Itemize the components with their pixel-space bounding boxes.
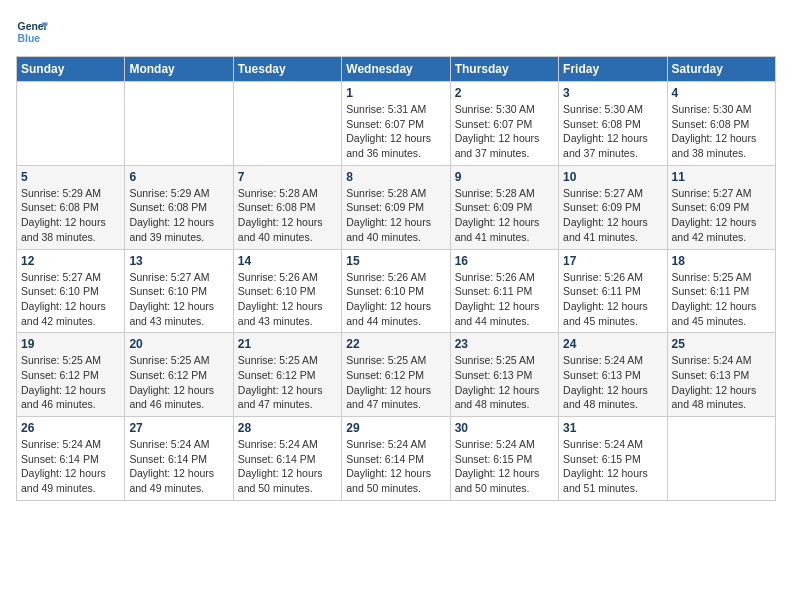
day-info: Sunrise: 5:28 AM Sunset: 6:09 PM Dayligh… xyxy=(455,186,554,245)
day-number: 23 xyxy=(455,337,554,351)
calendar-cell: 15Sunrise: 5:26 AM Sunset: 6:10 PM Dayli… xyxy=(342,249,450,333)
day-number: 16 xyxy=(455,254,554,268)
day-number: 1 xyxy=(346,86,445,100)
day-number: 20 xyxy=(129,337,228,351)
day-info: Sunrise: 5:26 AM Sunset: 6:11 PM Dayligh… xyxy=(455,270,554,329)
day-number: 6 xyxy=(129,170,228,184)
day-number: 28 xyxy=(238,421,337,435)
calendar-cell: 29Sunrise: 5:24 AM Sunset: 6:14 PM Dayli… xyxy=(342,417,450,501)
calendar-cell: 6Sunrise: 5:29 AM Sunset: 6:08 PM Daylig… xyxy=(125,165,233,249)
calendar-header-row: SundayMondayTuesdayWednesdayThursdayFrid… xyxy=(17,57,776,82)
calendar-week-2: 5Sunrise: 5:29 AM Sunset: 6:08 PM Daylig… xyxy=(17,165,776,249)
calendar-cell: 7Sunrise: 5:28 AM Sunset: 6:08 PM Daylig… xyxy=(233,165,341,249)
calendar-cell: 28Sunrise: 5:24 AM Sunset: 6:14 PM Dayli… xyxy=(233,417,341,501)
day-number: 11 xyxy=(672,170,771,184)
calendar-week-4: 19Sunrise: 5:25 AM Sunset: 6:12 PM Dayli… xyxy=(17,333,776,417)
calendar-cell: 2Sunrise: 5:30 AM Sunset: 6:07 PM Daylig… xyxy=(450,82,558,166)
day-info: Sunrise: 5:27 AM Sunset: 6:10 PM Dayligh… xyxy=(129,270,228,329)
calendar-cell: 23Sunrise: 5:25 AM Sunset: 6:13 PM Dayli… xyxy=(450,333,558,417)
calendar-cell: 31Sunrise: 5:24 AM Sunset: 6:15 PM Dayli… xyxy=(559,417,667,501)
header-day-wednesday: Wednesday xyxy=(342,57,450,82)
calendar-cell: 22Sunrise: 5:25 AM Sunset: 6:12 PM Dayli… xyxy=(342,333,450,417)
day-info: Sunrise: 5:24 AM Sunset: 6:14 PM Dayligh… xyxy=(21,437,120,496)
page-header: General Blue xyxy=(16,16,776,48)
day-number: 25 xyxy=(672,337,771,351)
day-info: Sunrise: 5:27 AM Sunset: 6:09 PM Dayligh… xyxy=(563,186,662,245)
calendar-cell: 14Sunrise: 5:26 AM Sunset: 6:10 PM Dayli… xyxy=(233,249,341,333)
day-number: 30 xyxy=(455,421,554,435)
day-number: 29 xyxy=(346,421,445,435)
calendar-cell: 9Sunrise: 5:28 AM Sunset: 6:09 PM Daylig… xyxy=(450,165,558,249)
calendar-cell: 3Sunrise: 5:30 AM Sunset: 6:08 PM Daylig… xyxy=(559,82,667,166)
header-day-monday: Monday xyxy=(125,57,233,82)
day-number: 4 xyxy=(672,86,771,100)
header-day-tuesday: Tuesday xyxy=(233,57,341,82)
day-info: Sunrise: 5:25 AM Sunset: 6:12 PM Dayligh… xyxy=(21,353,120,412)
header-day-sunday: Sunday xyxy=(17,57,125,82)
day-info: Sunrise: 5:25 AM Sunset: 6:12 PM Dayligh… xyxy=(238,353,337,412)
day-info: Sunrise: 5:25 AM Sunset: 6:13 PM Dayligh… xyxy=(455,353,554,412)
calendar-cell: 8Sunrise: 5:28 AM Sunset: 6:09 PM Daylig… xyxy=(342,165,450,249)
day-number: 10 xyxy=(563,170,662,184)
day-number: 19 xyxy=(21,337,120,351)
calendar-cell: 13Sunrise: 5:27 AM Sunset: 6:10 PM Dayli… xyxy=(125,249,233,333)
day-number: 15 xyxy=(346,254,445,268)
day-info: Sunrise: 5:30 AM Sunset: 6:08 PM Dayligh… xyxy=(563,102,662,161)
calendar-week-3: 12Sunrise: 5:27 AM Sunset: 6:10 PM Dayli… xyxy=(17,249,776,333)
day-number: 24 xyxy=(563,337,662,351)
day-info: Sunrise: 5:25 AM Sunset: 6:12 PM Dayligh… xyxy=(129,353,228,412)
calendar-cell: 24Sunrise: 5:24 AM Sunset: 6:13 PM Dayli… xyxy=(559,333,667,417)
day-info: Sunrise: 5:29 AM Sunset: 6:08 PM Dayligh… xyxy=(21,186,120,245)
day-number: 7 xyxy=(238,170,337,184)
day-number: 8 xyxy=(346,170,445,184)
day-info: Sunrise: 5:27 AM Sunset: 6:10 PM Dayligh… xyxy=(21,270,120,329)
day-info: Sunrise: 5:31 AM Sunset: 6:07 PM Dayligh… xyxy=(346,102,445,161)
day-info: Sunrise: 5:24 AM Sunset: 6:14 PM Dayligh… xyxy=(346,437,445,496)
day-number: 18 xyxy=(672,254,771,268)
day-info: Sunrise: 5:28 AM Sunset: 6:08 PM Dayligh… xyxy=(238,186,337,245)
calendar-cell: 27Sunrise: 5:24 AM Sunset: 6:14 PM Dayli… xyxy=(125,417,233,501)
calendar-cell: 10Sunrise: 5:27 AM Sunset: 6:09 PM Dayli… xyxy=(559,165,667,249)
day-info: Sunrise: 5:27 AM Sunset: 6:09 PM Dayligh… xyxy=(672,186,771,245)
header-day-friday: Friday xyxy=(559,57,667,82)
day-number: 27 xyxy=(129,421,228,435)
day-number: 13 xyxy=(129,254,228,268)
calendar-week-5: 26Sunrise: 5:24 AM Sunset: 6:14 PM Dayli… xyxy=(17,417,776,501)
day-info: Sunrise: 5:30 AM Sunset: 6:07 PM Dayligh… xyxy=(455,102,554,161)
day-info: Sunrise: 5:26 AM Sunset: 6:11 PM Dayligh… xyxy=(563,270,662,329)
calendar-cell: 21Sunrise: 5:25 AM Sunset: 6:12 PM Dayli… xyxy=(233,333,341,417)
day-info: Sunrise: 5:25 AM Sunset: 6:12 PM Dayligh… xyxy=(346,353,445,412)
day-number: 14 xyxy=(238,254,337,268)
day-info: Sunrise: 5:29 AM Sunset: 6:08 PM Dayligh… xyxy=(129,186,228,245)
day-info: Sunrise: 5:24 AM Sunset: 6:14 PM Dayligh… xyxy=(238,437,337,496)
day-info: Sunrise: 5:24 AM Sunset: 6:13 PM Dayligh… xyxy=(563,353,662,412)
day-info: Sunrise: 5:28 AM Sunset: 6:09 PM Dayligh… xyxy=(346,186,445,245)
calendar-cell xyxy=(17,82,125,166)
calendar-cell xyxy=(667,417,775,501)
day-info: Sunrise: 5:24 AM Sunset: 6:13 PM Dayligh… xyxy=(672,353,771,412)
calendar-cell xyxy=(125,82,233,166)
calendar-body: 1Sunrise: 5:31 AM Sunset: 6:07 PM Daylig… xyxy=(17,82,776,501)
calendar-cell: 12Sunrise: 5:27 AM Sunset: 6:10 PM Dayli… xyxy=(17,249,125,333)
svg-text:Blue: Blue xyxy=(18,33,41,44)
calendar-cell: 5Sunrise: 5:29 AM Sunset: 6:08 PM Daylig… xyxy=(17,165,125,249)
day-number: 26 xyxy=(21,421,120,435)
calendar-cell: 1Sunrise: 5:31 AM Sunset: 6:07 PM Daylig… xyxy=(342,82,450,166)
calendar-cell: 11Sunrise: 5:27 AM Sunset: 6:09 PM Dayli… xyxy=(667,165,775,249)
day-info: Sunrise: 5:24 AM Sunset: 6:14 PM Dayligh… xyxy=(129,437,228,496)
day-info: Sunrise: 5:24 AM Sunset: 6:15 PM Dayligh… xyxy=(455,437,554,496)
day-number: 21 xyxy=(238,337,337,351)
day-number: 5 xyxy=(21,170,120,184)
day-number: 22 xyxy=(346,337,445,351)
day-number: 3 xyxy=(563,86,662,100)
header-day-saturday: Saturday xyxy=(667,57,775,82)
calendar-table: SundayMondayTuesdayWednesdayThursdayFrid… xyxy=(16,56,776,501)
calendar-cell: 19Sunrise: 5:25 AM Sunset: 6:12 PM Dayli… xyxy=(17,333,125,417)
day-info: Sunrise: 5:25 AM Sunset: 6:11 PM Dayligh… xyxy=(672,270,771,329)
day-info: Sunrise: 5:26 AM Sunset: 6:10 PM Dayligh… xyxy=(238,270,337,329)
calendar-cell xyxy=(233,82,341,166)
header-day-thursday: Thursday xyxy=(450,57,558,82)
calendar-week-1: 1Sunrise: 5:31 AM Sunset: 6:07 PM Daylig… xyxy=(17,82,776,166)
day-info: Sunrise: 5:24 AM Sunset: 6:15 PM Dayligh… xyxy=(563,437,662,496)
calendar-cell: 17Sunrise: 5:26 AM Sunset: 6:11 PM Dayli… xyxy=(559,249,667,333)
